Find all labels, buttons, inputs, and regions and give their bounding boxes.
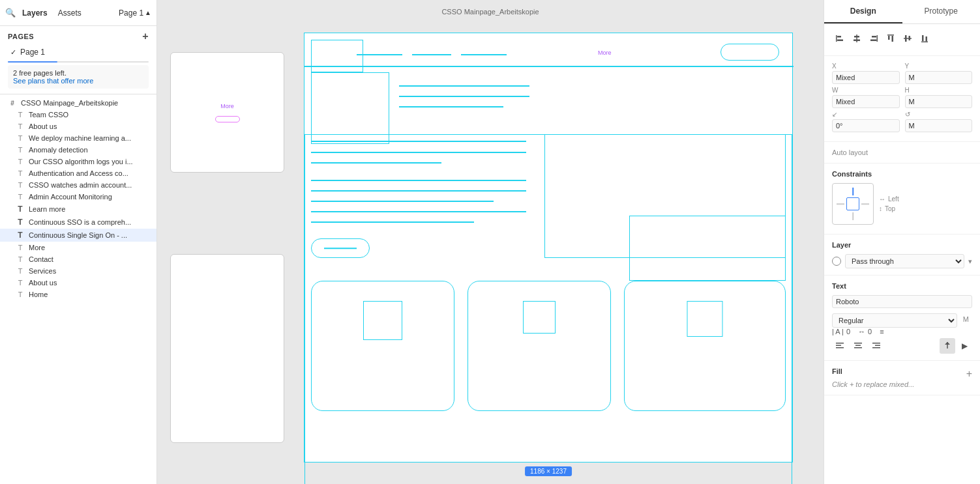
layer-name: Services — [29, 267, 56, 275]
right-panel-tabs: Design Prototype — [824, 0, 980, 24]
text-align-center-button[interactable] — [850, 338, 866, 354]
add-fill-button[interactable]: + — [966, 368, 972, 380]
text-valign-middle-button[interactable]: ▶ — [957, 338, 972, 354]
text-icon: T — [16, 267, 25, 275]
panel-header: 🔍 Layers Assets Page 1 ▲ — [0, 0, 156, 26]
upgrade-link[interactable]: See plans that offer more — [13, 77, 143, 85]
text-align-right-button[interactable] — [869, 338, 884, 354]
text-alignment-row: ▶ — [832, 338, 972, 354]
svg-rect-14 — [909, 36, 911, 40]
mini-pill — [215, 116, 240, 122]
list-item[interactable]: T Services — [0, 265, 156, 277]
svg-rect-2 — [837, 40, 843, 42]
align-middle-v-button[interactable] — [900, 31, 915, 46]
align-bottom-button[interactable] — [917, 31, 932, 46]
list-item[interactable]: T Contact — [0, 253, 156, 265]
corner-input[interactable] — [905, 119, 973, 132]
search-icon[interactable]: 🔍 — [5, 8, 16, 18]
list-item[interactable]: T Learn more — [0, 203, 156, 216]
layer-name: About us — [29, 122, 57, 130]
text-icon: T — [16, 181, 25, 189]
text-style-select[interactable]: Regular — [832, 313, 957, 328]
align-center-h-button[interactable] — [849, 31, 865, 46]
align-right-button[interactable] — [866, 31, 882, 46]
list-item[interactable]: T Admin Account Monitoring — [0, 191, 156, 203]
layer-name: Team CSSO — [29, 111, 68, 119]
layer-name: Contact — [29, 255, 53, 263]
more-text: More — [598, 50, 612, 56]
rotation-field: ↙ — [832, 111, 900, 132]
layer-name: Continuous SSO is a compreh... — [29, 218, 131, 226]
main-wireframe-frame[interactable]: More — [304, 33, 793, 463]
layer-mode-select[interactable]: Pass through — [845, 254, 964, 268]
align-top-button[interactable] — [883, 31, 898, 46]
text-valign-top-button[interactable] — [940, 338, 955, 354]
wrap-icon: ≡ — [880, 328, 883, 335]
list-item[interactable]: T More — [0, 242, 156, 253]
list-item[interactable]: T Our CSSO algorithm logs you i... — [0, 156, 156, 167]
align-row-1 — [832, 31, 972, 46]
add-page-button[interactable]: + — [142, 31, 149, 42]
auto-layout-row[interactable]: Auto layout — [832, 149, 972, 156]
svg-rect-25 — [875, 345, 880, 347]
fill-title: Fill — [832, 367, 842, 375]
layer-name: More — [29, 244, 45, 251]
layer-name: Home — [29, 291, 48, 298]
tab-prototype[interactable]: Prototype — [902, 0, 981, 23]
font-input[interactable] — [832, 295, 972, 308]
line-spacing-icon: ↔ — [858, 328, 865, 335]
layer-item-selected[interactable]: T Continuous Single Sign On - ... — [0, 229, 156, 242]
svg-rect-5 — [854, 40, 860, 42]
svg-rect-17 — [926, 36, 928, 42]
text-icon: T — [16, 134, 25, 142]
svg-rect-8 — [870, 40, 877, 42]
svg-rect-22 — [855, 345, 861, 347]
text-icon: T — [16, 158, 25, 165]
layers-section: # CSSO Mainpage_Arbeitskopie T Team CSSO… — [0, 94, 156, 484]
tab-design[interactable]: Design — [824, 0, 902, 23]
page-check-icon: ✓ — [10, 48, 16, 57]
svg-rect-20 — [836, 347, 844, 349]
page-selector[interactable]: Page 1 ▲ — [119, 8, 151, 18]
list-item[interactable]: T Anomaly detection — [0, 144, 156, 156]
constraint-h-icon: ↔ — [879, 195, 885, 203]
canvas-area[interactable]: CSSO Mainpage_Arbeitskopie More More — [157, 0, 824, 484]
constraint-labels: ↔ Left ↕ Top — [879, 195, 972, 212]
align-left-button[interactable] — [832, 31, 848, 46]
mini-preview-2 — [170, 254, 284, 443]
layer-item-frame[interactable]: # CSSO Mainpage_Arbeitskopie — [0, 97, 156, 109]
tab-layers[interactable]: Layers — [18, 6, 52, 20]
h-input[interactable] — [905, 95, 973, 108]
text-icon: T — [16, 122, 25, 130]
constraints-section: Constraints ↔ Left ↕ Top — [824, 164, 980, 235]
card-2 — [468, 281, 611, 411]
rotation-input[interactable] — [832, 119, 900, 132]
text-font-row — [832, 295, 972, 311]
tab-assets[interactable]: Assets — [54, 6, 85, 20]
layer-section: Layer Pass through ▾ — [824, 235, 980, 276]
card-3-img — [687, 301, 723, 337]
layer-name: CSSO watches admin account... — [29, 181, 132, 189]
svg-rect-24 — [872, 343, 880, 344]
y-label: Y — [905, 63, 973, 70]
list-item[interactable]: T CSSO watches admin account... — [0, 179, 156, 191]
svg-rect-3 — [856, 35, 857, 42]
page-item-1[interactable]: ✓ Page 1 — [8, 46, 149, 59]
card-3 — [624, 281, 786, 411]
list-item[interactable]: T Continuous SSO is a compreh... — [0, 216, 156, 229]
alignment-section — [824, 24, 980, 56]
svg-rect-16 — [922, 35, 924, 41]
list-item[interactable]: T Authentication and Access co... — [0, 167, 156, 179]
x-input[interactable] — [832, 71, 900, 84]
layer-name: CSSO Mainpage_Arbeitskopie — [21, 99, 118, 107]
w-input[interactable] — [832, 95, 900, 108]
list-item[interactable]: T We deploy machine learning a... — [0, 132, 156, 144]
y-input[interactable] — [905, 71, 973, 84]
text-align-left-button[interactable] — [832, 338, 848, 354]
list-item[interactable]: T Home — [0, 289, 156, 300]
list-item[interactable]: T About us — [0, 277, 156, 289]
layer-name: About us — [29, 279, 57, 287]
svg-rect-15 — [921, 42, 928, 43]
list-item[interactable]: T Team CSSO — [0, 109, 156, 121]
list-item[interactable]: T About us — [0, 121, 156, 132]
